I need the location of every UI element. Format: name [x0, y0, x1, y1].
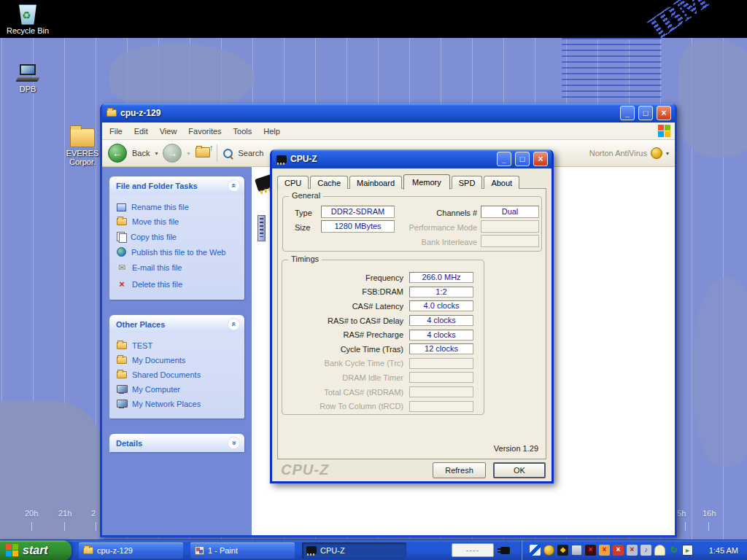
- network-computer-icon[interactable]: [571, 545, 582, 556]
- timing-row-dram-idle-timer: DRAM Idle Timer: [288, 370, 484, 385]
- tab-mainboard[interactable]: Mainboard: [349, 176, 402, 189]
- search-icon[interactable]: [222, 148, 233, 159]
- menu-view[interactable]: View: [154, 124, 183, 139]
- plug-icon[interactable]: [500, 547, 510, 554]
- lan-activity-icon[interactable]: [530, 545, 541, 556]
- cpu-chip-icon: [306, 546, 317, 554]
- laptop-icon: [17, 64, 39, 83]
- timing-value: [409, 401, 473, 412]
- folder-icon: [107, 109, 117, 117]
- web-globe-icon: [117, 247, 126, 257]
- place-my-network[interactable]: My Network Places: [117, 400, 241, 408]
- taskbar-clock[interactable]: 1:45 AM: [709, 546, 740, 555]
- bank-interleave-label: Bank Interleave: [392, 238, 477, 246]
- up-folder-button[interactable]: ↑: [196, 147, 212, 160]
- folder-icon: [117, 342, 127, 349]
- media-manager-error-icon[interactable]: ×: [585, 545, 596, 556]
- taskbar-task-paint[interactable]: 1 - Paint: [190, 542, 295, 559]
- type-value: DDR2-SDRAM: [321, 206, 395, 218]
- remote-window-icon[interactable]: ▸: [682, 545, 693, 556]
- collapse-chevron-icon[interactable]: «: [228, 179, 240, 192]
- recycle-bin-icon: ♻: [18, 4, 37, 25]
- map-blob: [693, 277, 747, 467]
- expand-chevron-icon[interactable]: «: [228, 437, 240, 449]
- minimized-toolbar[interactable]: ----: [452, 543, 494, 557]
- start-button[interactable]: start: [0, 540, 71, 560]
- maximize-button[interactable]: □: [515, 152, 530, 166]
- tab-spd[interactable]: SPD: [452, 176, 483, 189]
- close-button[interactable]: ×: [657, 106, 671, 120]
- display-error-icon[interactable]: ×: [627, 545, 638, 556]
- menu-help[interactable]: Help: [258, 124, 286, 139]
- maximize-button[interactable]: □: [638, 106, 653, 120]
- norton-antivirus-icon[interactable]: [543, 545, 554, 556]
- cpuz-titlebar[interactable]: CPU-Z _ □ ×: [272, 149, 551, 168]
- task-publish-file[interactable]: Publish this file to the Web: [117, 247, 241, 257]
- timing-value: [409, 372, 473, 383]
- memory-tab-page: General Type DDR2-SDRAM Size 1280 MBytes…: [277, 188, 546, 459]
- task-delete-file[interactable]: × Delete this file: [117, 279, 241, 289]
- back-button-label[interactable]: Back: [132, 149, 150, 158]
- menu-tools[interactable]: Tools: [228, 124, 258, 139]
- details-header[interactable]: Details «: [109, 434, 244, 452]
- search-button-label[interactable]: Search: [239, 149, 264, 158]
- tab-strip: CPU Cache Mainboard Memory SPD About: [272, 168, 551, 188]
- delete-icon: ×: [117, 279, 127, 289]
- task-copy-file[interactable]: Copy this file: [117, 232, 241, 241]
- ok-button[interactable]: OK: [493, 462, 546, 478]
- volume-icon[interactable]: ♪: [640, 545, 651, 556]
- tab-memory[interactable]: Memory: [403, 174, 450, 190]
- place-my-computer[interactable]: My Computer: [117, 385, 241, 394]
- tab-cpu[interactable]: CPU: [277, 176, 309, 189]
- timezone-tick: [64, 522, 65, 531]
- other-places-header[interactable]: Other Places «: [109, 315, 244, 333]
- timezone-label: 21h: [58, 509, 71, 518]
- menu-file[interactable]: File: [104, 124, 128, 139]
- back-dropdown-icon[interactable]: ▾: [155, 150, 158, 157]
- tab-about[interactable]: About: [484, 176, 519, 189]
- collapse-chevron-icon[interactable]: «: [228, 318, 240, 330]
- channels-label: Channels #: [392, 209, 477, 217]
- task-move-file[interactable]: Move this file: [117, 217, 241, 226]
- task-email-file[interactable]: ✉ E-mail this file: [117, 262, 241, 273]
- taskbar-task-cpu-z-129[interactable]: cpu-z-129: [79, 542, 183, 559]
- ram-file-icon[interactable]: [258, 215, 266, 241]
- cpuz-logo: CPU-Z: [281, 462, 329, 478]
- file-tasks-panel: File and Folder Tasks « Rename this file…: [109, 176, 244, 300]
- norton-dropdown-icon[interactable]: ▾: [666, 150, 669, 157]
- alert-diamond-icon[interactable]: ◆: [557, 545, 568, 556]
- place-shared-documents[interactable]: Shared Documents: [117, 370, 241, 379]
- ghost-app-icon[interactable]: [654, 545, 665, 556]
- map-blob: [678, 40, 747, 157]
- timing-value: [409, 358, 473, 369]
- file-tasks-header[interactable]: File and Folder Tasks «: [109, 176, 244, 195]
- place-my-documents[interactable]: My Documents: [117, 356, 241, 365]
- timing-row-fsb-dram: FSB:DRAM1:2: [288, 285, 484, 300]
- close-button[interactable]: ×: [533, 152, 548, 166]
- norton-antivirus-control[interactable]: Norton AntiVirus ▾: [589, 147, 669, 159]
- cpu-chip-icon: [276, 155, 287, 163]
- refresh-button[interactable]: Refresh: [433, 462, 486, 478]
- user-offline-icon[interactable]: ×: [613, 545, 624, 556]
- copy-icon: [117, 232, 125, 241]
- messenger-offline-icon[interactable]: ×: [599, 545, 610, 556]
- minimize-button[interactable]: _: [497, 152, 511, 166]
- updates-icon[interactable]: ↻: [668, 545, 679, 556]
- desktop-icon-label: DPB: [1, 85, 54, 93]
- explorer-titlebar[interactable]: cpu-z-129 _ □ ×: [102, 104, 675, 122]
- my-computer-icon: [117, 385, 127, 394]
- back-icon[interactable]: ←: [108, 144, 127, 163]
- desktop-icon-recycle-bin[interactable]: ♻ Recycle Bin: [1, 4, 54, 35]
- desktop-icon-dpb[interactable]: DPB: [1, 64, 54, 93]
- place-test[interactable]: TEST: [117, 341, 241, 350]
- menu-edit[interactable]: Edit: [128, 124, 154, 139]
- timing-value: 4 clocks: [409, 315, 473, 326]
- timing-value: 4.0 clocks: [409, 300, 473, 311]
- menu-favorites[interactable]: Favorites: [182, 124, 227, 139]
- timezone-label: 2: [91, 509, 96, 518]
- forward-icon[interactable]: →: [163, 144, 182, 163]
- tab-cache[interactable]: Cache: [310, 176, 348, 189]
- minimize-button[interactable]: _: [620, 106, 635, 120]
- taskbar-task-cpuz[interactable]: CPU-Z: [302, 542, 406, 559]
- task-rename-file[interactable]: Rename this file: [117, 203, 241, 211]
